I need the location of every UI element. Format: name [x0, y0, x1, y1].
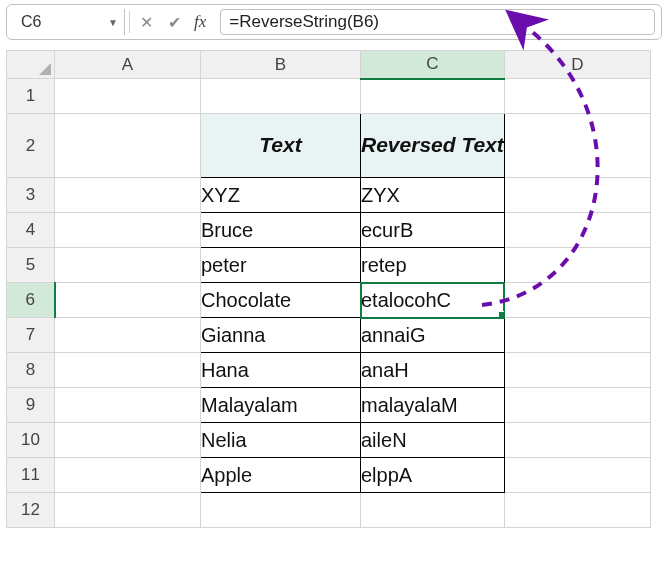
cell-text[interactable]: peter: [201, 248, 361, 283]
cell[interactable]: [201, 79, 361, 114]
fx-icon[interactable]: fx: [190, 12, 210, 32]
row-header-7[interactable]: 7: [7, 318, 55, 353]
select-all-corner[interactable]: [7, 51, 55, 79]
row-header-6[interactable]: 6: [7, 283, 55, 318]
formula-bar: C6 ▼ ✕ ✔ fx: [6, 4, 662, 40]
cell[interactable]: [504, 114, 650, 178]
row-header-4[interactable]: 4: [7, 213, 55, 248]
cell[interactable]: [361, 79, 505, 114]
row-header-12[interactable]: 12: [7, 493, 55, 528]
cell-text[interactable]: Apple: [201, 458, 361, 493]
cell[interactable]: [504, 493, 650, 528]
cell-reversed[interactable]: aileN: [361, 423, 505, 458]
cell[interactable]: [55, 213, 201, 248]
cell[interactable]: [201, 493, 361, 528]
cell[interactable]: [55, 283, 201, 318]
name-box-value: C6: [21, 13, 41, 31]
col-header-a[interactable]: A: [55, 51, 201, 79]
row-header-3[interactable]: 3: [7, 178, 55, 213]
cell-text[interactable]: Gianna: [201, 318, 361, 353]
cell[interactable]: [504, 353, 650, 388]
cell[interactable]: [504, 423, 650, 458]
cell[interactable]: [55, 79, 201, 114]
cell[interactable]: [361, 493, 505, 528]
row-header-5[interactable]: 5: [7, 248, 55, 283]
formula-input[interactable]: [220, 9, 655, 35]
cell[interactable]: [504, 79, 650, 114]
row-header-9[interactable]: 9: [7, 388, 55, 423]
cell[interactable]: [504, 248, 650, 283]
cell[interactable]: [55, 318, 201, 353]
cell[interactable]: [55, 458, 201, 493]
cell-reversed[interactable]: retep: [361, 248, 505, 283]
check-icon[interactable]: ✔: [162, 10, 186, 34]
cell[interactable]: [55, 493, 201, 528]
cell-reversed[interactable]: annaiG: [361, 318, 505, 353]
cancel-icon[interactable]: ✕: [134, 10, 158, 34]
cell-text[interactable]: Nelia: [201, 423, 361, 458]
cell-reversed[interactable]: ecurB: [361, 213, 505, 248]
cell[interactable]: [504, 458, 650, 493]
col-header-b[interactable]: B: [201, 51, 361, 79]
cell-text[interactable]: Chocolate: [201, 283, 361, 318]
row-header-1[interactable]: 1: [7, 79, 55, 114]
cell-reversed[interactable]: elppA: [361, 458, 505, 493]
row-header-11[interactable]: 11: [7, 458, 55, 493]
header-text[interactable]: Text: [201, 114, 361, 178]
cell[interactable]: [504, 283, 650, 318]
cell[interactable]: [55, 423, 201, 458]
cell[interactable]: [504, 318, 650, 353]
cell-reversed[interactable]: malayalaM: [361, 388, 505, 423]
spreadsheet-grid[interactable]: A B C D 1 2 Text Reversed Text 3 XYZ ZYX…: [6, 50, 651, 528]
col-header-c[interactable]: C: [361, 51, 505, 79]
cell[interactable]: [55, 178, 201, 213]
header-reversed[interactable]: Reversed Text: [361, 114, 505, 178]
cell[interactable]: [504, 213, 650, 248]
cell[interactable]: [504, 388, 650, 423]
cell[interactable]: [55, 388, 201, 423]
cell-reversed[interactable]: ZYX: [361, 178, 505, 213]
separator: [129, 11, 130, 33]
row-header-10[interactable]: 10: [7, 423, 55, 458]
chevron-down-icon[interactable]: ▼: [108, 17, 118, 28]
cell[interactable]: [55, 248, 201, 283]
col-header-d[interactable]: D: [504, 51, 650, 79]
name-box[interactable]: C6 ▼: [13, 9, 125, 35]
cell-text[interactable]: XYZ: [201, 178, 361, 213]
cell-reversed-selected[interactable]: etalocohC: [361, 283, 505, 318]
cell[interactable]: [55, 114, 201, 178]
cell[interactable]: [504, 178, 650, 213]
cell-text[interactable]: Bruce: [201, 213, 361, 248]
row-header-2[interactable]: 2: [7, 114, 55, 178]
cell[interactable]: [55, 353, 201, 388]
cell-text[interactable]: Hana: [201, 353, 361, 388]
cell-reversed[interactable]: anaH: [361, 353, 505, 388]
row-header-8[interactable]: 8: [7, 353, 55, 388]
cell-text[interactable]: Malayalam: [201, 388, 361, 423]
